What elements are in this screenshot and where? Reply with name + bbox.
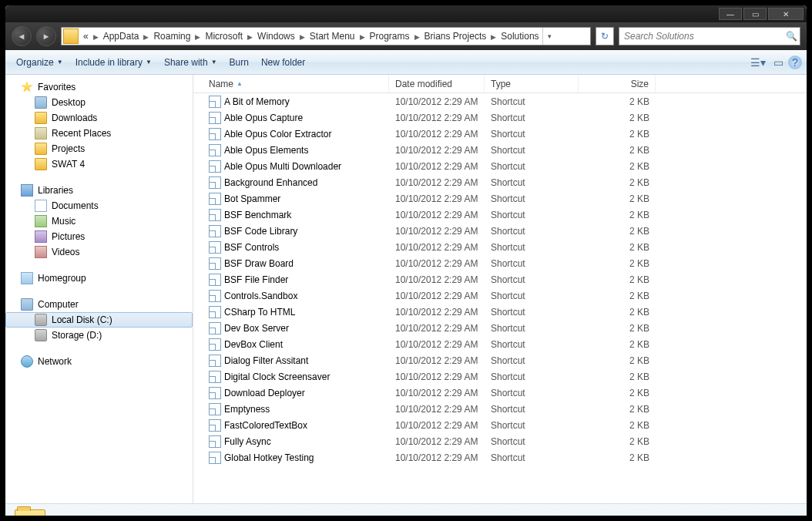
desktop-icon [35, 96, 47, 109]
file-row[interactable]: Digital Clock Screensaver10/10/2012 2:29… [193, 368, 807, 385]
chevron-right-icon[interactable]: ▶ [489, 33, 498, 41]
file-row[interactable]: A Bit of Memory10/10/2012 2:29 AMShortcu… [193, 93, 807, 109]
file-row[interactable]: BSF Benchmark10/10/2012 2:29 AMShortcut2… [193, 207, 807, 223]
sidebar-favorites[interactable]: Favorites [5, 79, 193, 95]
share-with-button[interactable]: Share with▼ [158, 54, 223, 71]
view-options-button[interactable]: ☰▾ [748, 54, 768, 71]
sidebar-item-projects[interactable]: Projects [5, 141, 193, 156]
breadcrumb-appdata[interactable]: AppData [100, 31, 143, 42]
file-name: BSF Controls [224, 242, 279, 253]
file-name: Global Hotkey Testing [224, 452, 314, 463]
sidebar-item-music[interactable]: Music [5, 213, 193, 229]
file-name: Background Enhanced [224, 177, 317, 188]
file-row[interactable]: Background Enhanced10/10/2012 2:29 AMSho… [193, 174, 807, 190]
maximize-button[interactable]: ▭ [743, 8, 767, 20]
file-row[interactable]: BSF Controls10/10/2012 2:29 AMShortcut2 … [193, 239, 807, 255]
breadcrumb-solutions[interactable]: Solutions [498, 31, 542, 42]
help-button[interactable]: ? [788, 55, 802, 69]
sidebar-item-recent[interactable]: Recent Places [5, 126, 193, 141]
new-folder-button[interactable]: New folder [255, 54, 311, 71]
search-input[interactable] [619, 31, 783, 42]
sidebar-homegroup[interactable]: Homegroup [5, 271, 193, 286]
chevron-right-icon[interactable]: ▶ [413, 33, 421, 41]
include-library-button[interactable]: Include in library▼ [69, 54, 158, 71]
chevron-right-icon[interactable]: ▶ [358, 33, 367, 41]
file-type: Shortcut [485, 420, 579, 431]
column-size[interactable]: Size [579, 75, 656, 92]
sidebar-item-videos[interactable]: Videos [5, 244, 193, 260]
shortcut-icon [209, 241, 221, 254]
file-row[interactable]: Able Opus Capture10/10/2012 2:29 AMShort… [193, 109, 807, 126]
breadcrumb-roaming[interactable]: Roaming [150, 31, 193, 42]
column-name[interactable]: Name▲ [193, 75, 389, 92]
sidebar-item-swat4[interactable]: SWAT 4 [5, 156, 193, 172]
file-row[interactable]: Fully Async10/10/2012 2:29 AMShortcut2 K… [193, 433, 807, 449]
back-button[interactable]: ◄ [12, 26, 32, 46]
sidebar-item-storage-d[interactable]: Storage (D:) [5, 328, 193, 343]
chevron-right-icon[interactable]: ▶ [246, 33, 254, 41]
minimize-button[interactable]: — [719, 8, 742, 20]
libraries-icon [21, 184, 33, 197]
close-button[interactable]: ✕ [768, 8, 804, 20]
file-row[interactable]: Controls.Sandbox10/10/2012 2:29 AMShortc… [193, 287, 807, 304]
nav-pane[interactable]: Favorites Desktop Downloads Recent Place… [5, 75, 193, 503]
breadcrumb-microsoft[interactable]: Microsoft [202, 31, 246, 42]
address-dropdown[interactable]: ▾ [542, 28, 556, 45]
file-size: 2 KB [579, 145, 656, 156]
file-date: 10/10/2012 2:29 AM [389, 210, 485, 220]
chevron-right-icon[interactable]: ▶ [142, 33, 150, 41]
file-type: Shortcut [485, 161, 579, 172]
file-type: Shortcut [485, 452, 579, 463]
search-box[interactable]: 🔍 [619, 27, 800, 45]
forward-button[interactable]: ► [36, 26, 56, 46]
file-row[interactable]: FastColoredTextBox10/10/2012 2:29 AMShor… [193, 417, 807, 433]
breadcrumb-start-menu[interactable]: Start Menu [307, 31, 358, 42]
computer-icon [21, 298, 33, 311]
preview-pane-button[interactable]: ▭ [768, 54, 788, 71]
file-rows[interactable]: A Bit of Memory10/10/2012 2:29 AMShortcu… [193, 93, 807, 480]
chevron-right-icon[interactable]: ▶ [298, 33, 307, 41]
file-row[interactable]: Emptyness10/10/2012 2:29 AMShortcut2 KB [193, 401, 807, 417]
file-row[interactable]: Download Deployer10/10/2012 2:29 AMShort… [193, 385, 807, 401]
chevron-right-icon[interactable]: ▶ [92, 33, 100, 41]
file-row[interactable]: Able Opus Elements10/10/2012 2:29 AMShor… [193, 142, 807, 158]
breadcrumb-overflow[interactable]: « [80, 31, 92, 42]
sidebar-item-documents[interactable]: Documents [5, 198, 193, 213]
shortcut-icon [209, 274, 221, 286]
file-row[interactable]: Global Hotkey Testing10/10/2012 2:29 AMS… [193, 449, 807, 466]
file-row[interactable]: CSharp To HTML10/10/2012 2:29 AMShortcut… [193, 304, 807, 320]
sidebar-computer[interactable]: Computer [5, 297, 193, 312]
chevron-right-icon[interactable]: ▶ [193, 33, 202, 41]
sidebar-item-pictures[interactable]: Pictures [5, 229, 193, 244]
sidebar-libraries[interactable]: Libraries [5, 183, 193, 198]
file-date: 10/10/2012 2:29 AM [389, 388, 485, 398]
file-row[interactable]: Able Opus Multi Downloader10/10/2012 2:2… [193, 158, 807, 174]
file-row[interactable]: Bot Spammer10/10/2012 2:29 AMShortcut2 K… [193, 190, 807, 207]
column-type[interactable]: Type [485, 75, 579, 92]
column-date[interactable]: Date modified [389, 75, 485, 92]
file-row[interactable]: DevBox Client10/10/2012 2:29 AMShortcut2… [193, 336, 807, 352]
file-row[interactable]: BSF File Finder10/10/2012 2:29 AMShortcu… [193, 271, 807, 287]
sidebar-item-desktop[interactable]: Desktop [5, 95, 193, 110]
file-row[interactable]: BSF Draw Board10/10/2012 2:29 AMShortcut… [193, 255, 807, 271]
folder-icon [63, 29, 79, 44]
shortcut-icon [209, 176, 221, 189]
shortcut-icon [209, 225, 221, 237]
file-row[interactable]: Dialog Filter Assitant10/10/2012 2:29 AM… [193, 352, 807, 368]
shortcut-icon [209, 160, 221, 173]
file-row[interactable]: Able Opus Color Extractor10/10/2012 2:29… [193, 126, 807, 142]
refresh-button[interactable]: ↻ [596, 27, 614, 45]
organize-button[interactable]: Organize▼ [10, 54, 69, 71]
file-type: Shortcut [485, 339, 579, 350]
address-bar[interactable]: « ▶AppData▶Roaming▶Microsoft▶Windows▶Sta… [61, 27, 591, 45]
burn-button[interactable]: Burn [223, 54, 255, 71]
sidebar-item-local-disk-c[interactable]: Local Disk (C:) [5, 312, 193, 328]
breadcrumb-windows[interactable]: Windows [254, 31, 298, 42]
file-row[interactable]: BSF Code Library10/10/2012 2:29 AMShortc… [193, 223, 807, 239]
breadcrumb-programs[interactable]: Programs [367, 31, 413, 42]
sidebar-item-downloads[interactable]: Downloads [5, 110, 193, 126]
file-row[interactable]: Dev Box Server10/10/2012 2:29 AMShortcut… [193, 320, 807, 336]
sidebar-network[interactable]: Network [5, 354, 193, 369]
breadcrumb-brians-projects[interactable]: Brians Projects [421, 31, 490, 42]
file-type: Shortcut [485, 96, 579, 107]
